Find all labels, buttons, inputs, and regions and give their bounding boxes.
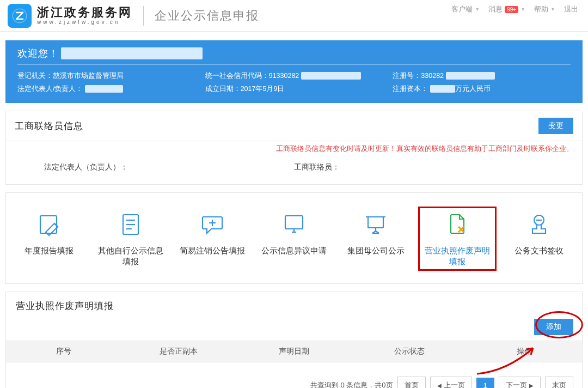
- col-status: 公示状态: [352, 341, 467, 362]
- top-links: 客户端▼ 消息99+▼ 帮助▼ 退出: [451, 4, 578, 14]
- add-button[interactable]: 添加: [534, 319, 573, 335]
- chevron-down-icon: ▼: [550, 7, 555, 12]
- found-date-label: 成立日期：: [205, 82, 241, 95]
- usci-masked: [301, 72, 361, 80]
- divider: [143, 6, 144, 26]
- usci-label: 统一社会信用代码：: [205, 69, 269, 82]
- welcome-line: 欢迎您！: [17, 47, 571, 60]
- reg-cap-label: 注册资本：: [393, 82, 428, 95]
- reg-org-value: 慈溪市市场监督管理局: [53, 69, 124, 82]
- link-logout[interactable]: 退出: [564, 4, 578, 14]
- reg-cap-masked: [430, 85, 455, 93]
- contact-card-title: 工商联络员信息: [15, 120, 83, 132]
- stamp-icon: [500, 210, 578, 239]
- legal-rep-masked: [85, 85, 123, 93]
- chevron-down-icon: ▼: [520, 7, 525, 12]
- site-name-cn: 浙江政务服务网: [37, 6, 132, 19]
- fn-label: 年度报告填报: [10, 245, 88, 256]
- top-bar: 浙江政务服务网 www.zjzwfw.gov.cn 企业公示信息申报 客户端▼ …: [0, 0, 588, 32]
- pager: 共查询到 0 条信息，共0页 首页 ◀上一页 1 下一页▶ 末页: [6, 362, 582, 388]
- link-help[interactable]: 帮助▼: [534, 4, 555, 14]
- page-title: 企业公示信息申报: [155, 8, 259, 24]
- msg-badge: 99+: [505, 6, 518, 13]
- link-messages[interactable]: 消息99+▼: [488, 4, 525, 14]
- col-copy: 是否正副本: [121, 341, 237, 362]
- contact-warning: 工商联络员信息有变化时请及时更新！真实有效的联络员信息有助于工商部门及时联系你企…: [6, 141, 582, 155]
- site-name-en: www.zjzwfw.gov.cn: [37, 20, 132, 26]
- usci-value-prefix: 91330282: [269, 69, 299, 82]
- fn-annual-report[interactable]: 年度报告填报: [8, 205, 90, 272]
- fn-label: 公务文书签收: [500, 245, 578, 256]
- legal-rep-label: 法定代表人/负责人：: [17, 82, 83, 95]
- function-row: 年度报告填报 其他自行公示信息填报 简易注销公告填报 公示信息异议申请 集团母公…: [6, 193, 582, 283]
- monitor-icon: [255, 210, 333, 239]
- document-icon: [92, 210, 169, 239]
- fn-license-void[interactable]: 营业执照作废声明填报: [416, 205, 498, 272]
- fn-doc-receipt[interactable]: 公务文书签收: [498, 205, 580, 272]
- fn-label: 公示信息异议申请: [255, 245, 333, 256]
- change-button[interactable]: 变更: [538, 118, 573, 134]
- page-prev-button[interactable]: ◀上一页: [430, 377, 472, 388]
- table-header: 序号 是否正副本 声明日期 公示状态 操作: [6, 341, 582, 362]
- bubble-plus-icon: [174, 210, 251, 239]
- reg-org-label: 登记机关：: [17, 69, 53, 82]
- fn-self-publicity[interactable]: 其他自行公示信息填报: [90, 205, 171, 272]
- fn-label: 简易注销公告填报: [174, 245, 251, 256]
- file-x-icon: [419, 210, 496, 239]
- fn-simple-cancel[interactable]: 简易注销公告填报: [171, 205, 253, 272]
- reg-no-masked: [446, 72, 495, 80]
- reg-no-value-prefix: 330282: [421, 69, 444, 82]
- svg-rect-11: [368, 217, 383, 228]
- company-banner: 欢迎您！ 登记机关：慈溪市市场监督管理局 法定代表人/负责人： 统一社会信用代码…: [5, 40, 583, 103]
- page-first-button[interactable]: 首页: [397, 377, 426, 388]
- declaration-card: 营业执照作废声明填报 添加 序号 是否正副本 声明日期 公示状态 操作 共查询到…: [5, 292, 583, 388]
- chevron-down-icon: ▼: [475, 7, 480, 12]
- site-logo[interactable]: 浙江政务服务网 www.zjzwfw.gov.cn: [8, 4, 132, 28]
- svg-rect-8: [285, 216, 303, 229]
- fn-objection[interactable]: 公示信息异议申请: [253, 205, 335, 272]
- triangle-right-icon: ▶: [529, 383, 534, 389]
- presentation-icon: [337, 210, 414, 239]
- page-last-button[interactable]: 末页: [545, 377, 573, 388]
- triangle-left-icon: ◀: [437, 383, 442, 389]
- reg-no-label: 注册号：: [393, 69, 421, 82]
- link-client[interactable]: 客户端▼: [451, 4, 480, 14]
- company-name-masked: [61, 47, 203, 59]
- found-date-value: 2017年5月9日: [241, 82, 285, 95]
- fn-label: 其他自行公示信息填报: [92, 245, 169, 267]
- fn-label: 营业执照作废声明填报: [419, 245, 496, 267]
- col-action: 操作: [467, 341, 582, 362]
- fn-group-parent[interactable]: 集团母公司公示: [335, 205, 416, 272]
- page-current[interactable]: 1: [476, 378, 494, 389]
- page-next-button[interactable]: 下一页▶: [499, 377, 541, 388]
- legal-rep-field: 法定代表人（负责人）：: [44, 162, 294, 172]
- declaration-title: 营业执照作废声明填报: [16, 300, 572, 312]
- reg-cap-suffix: 万元人民币: [455, 82, 491, 95]
- summary-text: 共查询到 0 条信息，共0页: [310, 380, 393, 388]
- fn-label: 集团母公司公示: [337, 245, 414, 256]
- col-date: 声明日期: [236, 341, 352, 362]
- col-index: 序号: [6, 341, 121, 362]
- liaison-field: 工商联络员：: [294, 162, 544, 172]
- logo-icon: [8, 4, 32, 28]
- edit-icon: [10, 210, 88, 239]
- function-card: 年度报告填报 其他自行公示信息填报 简易注销公告填报 公示信息异议申请 集团母公…: [5, 192, 583, 284]
- contact-card: 工商联络员信息 变更 工商联络员信息有变化时请及时更新！真实有效的联络员信息有助…: [5, 111, 583, 185]
